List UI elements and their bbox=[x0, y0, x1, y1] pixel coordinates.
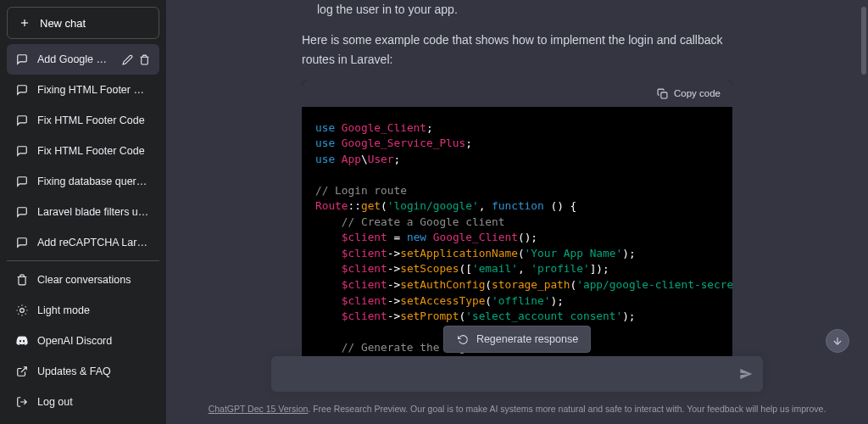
conversation-label: Add reCAPTCHA Laravel Login bbox=[37, 237, 151, 248]
conversation-item[interactable]: Add reCAPTCHA Laravel Login bbox=[7, 227, 159, 258]
bottom-item-label: Clear conversations bbox=[37, 274, 131, 286]
chat-icon bbox=[15, 114, 29, 127]
conversation-label: Fixing HTML Footer Code bbox=[37, 84, 151, 96]
sun-icon bbox=[15, 304, 29, 317]
conversation-item[interactable]: Add Google Login to La bbox=[7, 44, 159, 75]
discord-button[interactable]: OpenAI Discord bbox=[7, 326, 159, 356]
conversation-item[interactable]: Fixing database query code bbox=[7, 166, 159, 197]
sidebar-bottom: Clear conversations Light mode OpenAI Di… bbox=[7, 260, 159, 417]
edit-icon[interactable] bbox=[120, 53, 134, 66]
new-chat-button[interactable]: New chat bbox=[7, 7, 159, 39]
conversation-item[interactable]: Fixing HTML Footer Code bbox=[7, 75, 159, 105]
clear-conversations-button[interactable]: Clear conversations bbox=[7, 265, 159, 295]
plus-icon bbox=[18, 16, 31, 30]
send-button[interactable] bbox=[739, 367, 753, 381]
scrollbar[interactable] bbox=[861, 7, 866, 75]
svg-line-5 bbox=[18, 306, 19, 307]
chat-icon bbox=[15, 144, 29, 158]
external-icon bbox=[15, 365, 29, 378]
conversation-item[interactable]: Fix HTML Footer Code bbox=[7, 105, 159, 136]
arrow-down-icon bbox=[832, 335, 843, 347]
regenerate-label: Regenerate response bbox=[476, 333, 578, 345]
main-panel: log the user in to your app. Here is som… bbox=[166, 0, 868, 424]
svg-line-10 bbox=[25, 306, 26, 307]
code-header: Copy code bbox=[302, 81, 732, 106]
discord-icon bbox=[15, 334, 29, 348]
chat-input[interactable] bbox=[283, 365, 729, 379]
chat-icon bbox=[15, 53, 29, 66]
bottom-item-label: Updates & FAQ bbox=[37, 365, 111, 377]
chat-input-container bbox=[271, 356, 763, 392]
new-chat-label: New chat bbox=[40, 17, 86, 30]
chat-icon bbox=[15, 205, 29, 219]
updates-faq-button[interactable]: Updates & FAQ bbox=[7, 356, 159, 387]
chat-icon bbox=[15, 175, 29, 188]
conversation-label: Fixing database query code bbox=[37, 176, 151, 187]
footer-text: ChatGPT Dec 15 Version. Free Research Pr… bbox=[209, 404, 826, 414]
svg-line-6 bbox=[25, 314, 26, 315]
svg-line-9 bbox=[18, 314, 19, 315]
conversation-label: Laravel blade filters using Java bbox=[37, 206, 151, 218]
logout-icon bbox=[15, 395, 29, 409]
input-row bbox=[271, 356, 763, 392]
svg-point-2 bbox=[20, 309, 25, 313]
copy-code-button[interactable]: Copy code bbox=[655, 86, 721, 101]
step-text: log the user in to your app. bbox=[302, 0, 732, 19]
conversation-label: Fix HTML Footer Code bbox=[37, 145, 151, 157]
light-mode-button[interactable]: Light mode bbox=[7, 295, 159, 326]
bottom-item-label: OpenAI Discord bbox=[37, 335, 112, 347]
bottom-item-label: Light mode bbox=[37, 304, 90, 316]
version-link[interactable]: ChatGPT Dec 15 Version bbox=[209, 404, 309, 414]
conversation-list: Add Google Login to La Fixing HTML Foote… bbox=[7, 44, 159, 260]
conversation-label: Add Google Login to La bbox=[37, 53, 112, 65]
bottom-item-label: Log out bbox=[37, 396, 73, 408]
conversation-item[interactable]: Fix HTML Footer Code bbox=[7, 136, 159, 166]
conversation-label: Fix HTML Footer Code bbox=[37, 114, 151, 126]
chat-icon bbox=[15, 83, 29, 97]
copy-code-label: Copy code bbox=[674, 86, 721, 101]
clipboard-icon bbox=[655, 86, 669, 100]
trash-icon[interactable] bbox=[137, 53, 151, 66]
conversation-item[interactable]: Laravel blade filters using Java bbox=[7, 197, 159, 227]
regenerate-button[interactable]: Regenerate response bbox=[443, 326, 591, 353]
scroll-down-button[interactable] bbox=[826, 329, 849, 353]
trash-icon bbox=[15, 273, 29, 287]
refresh-icon bbox=[456, 332, 470, 346]
logout-button[interactable]: Log out bbox=[7, 387, 159, 417]
chat-icon bbox=[15, 236, 29, 249]
message-paragraph: Here is some example code that shows how… bbox=[302, 31, 732, 69]
footer-rest: . Free Research Preview. Our goal is to … bbox=[308, 404, 826, 414]
svg-rect-11 bbox=[660, 92, 666, 98]
sidebar: New chat Add Google Login to La Fixing H… bbox=[0, 0, 166, 424]
